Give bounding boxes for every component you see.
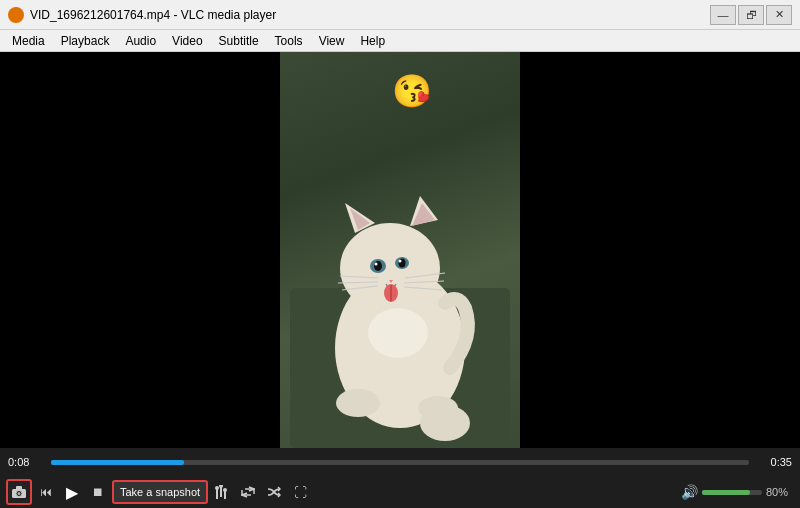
loop-icon bbox=[241, 486, 255, 498]
snapshot-button[interactable]: Take a snapshot bbox=[112, 480, 208, 504]
svg-rect-29 bbox=[16, 486, 22, 490]
svg-point-33 bbox=[215, 486, 219, 490]
svg-rect-32 bbox=[224, 491, 226, 499]
menu-view[interactable]: View bbox=[311, 30, 353, 51]
video-frame: 😘 bbox=[280, 52, 520, 448]
equalizer-icon bbox=[215, 485, 229, 499]
random-icon bbox=[267, 486, 281, 498]
camera-icon bbox=[12, 486, 26, 498]
prev-frame-button[interactable]: ⏮ bbox=[34, 480, 58, 504]
menu-video[interactable]: Video bbox=[164, 30, 210, 51]
controls-bar: ⏮ ▶ ⏹ Take a snapshot bbox=[0, 476, 800, 508]
progress-track[interactable] bbox=[51, 460, 749, 465]
menu-help[interactable]: Help bbox=[352, 30, 393, 51]
menu-subtitle[interactable]: Subtitle bbox=[211, 30, 267, 51]
cat-figure bbox=[290, 108, 510, 448]
play-button[interactable]: ▶ bbox=[60, 480, 84, 504]
emoji-overlay: 😘 bbox=[392, 72, 432, 110]
loop-button[interactable] bbox=[236, 480, 260, 504]
progress-fill bbox=[51, 460, 184, 465]
close-button[interactable]: ✕ bbox=[766, 5, 792, 25]
restore-button[interactable]: 🗗 bbox=[738, 5, 764, 25]
window-title: VID_1696212601764.mp4 - VLC media player bbox=[30, 8, 710, 22]
current-time: 0:08 bbox=[8, 456, 43, 468]
svg-point-12 bbox=[399, 260, 402, 263]
svg-point-8 bbox=[374, 261, 382, 271]
menu-bar: Media Playback Audio Video Subtitle Tool… bbox=[0, 30, 800, 52]
title-bar: VID_1696212601764.mp4 - VLC media player… bbox=[0, 0, 800, 30]
total-time: 0:35 bbox=[757, 456, 792, 468]
svg-rect-30 bbox=[216, 489, 218, 499]
menu-audio[interactable]: Audio bbox=[117, 30, 164, 51]
svg-point-35 bbox=[223, 488, 227, 492]
app-icon bbox=[8, 7, 24, 23]
stop-button[interactable]: ⏹ bbox=[86, 480, 110, 504]
svg-point-34 bbox=[219, 485, 223, 488]
menu-tools[interactable]: Tools bbox=[267, 30, 311, 51]
random-button[interactable] bbox=[262, 480, 286, 504]
menu-media[interactable]: Media bbox=[4, 30, 53, 51]
menu-playback[interactable]: Playback bbox=[53, 30, 118, 51]
minimize-button[interactable]: — bbox=[710, 5, 736, 25]
svg-point-22 bbox=[336, 389, 380, 417]
volume-track[interactable] bbox=[702, 490, 762, 495]
progress-area: 0:08 0:35 bbox=[0, 448, 800, 476]
volume-icon[interactable]: 🔊 bbox=[681, 484, 698, 500]
svg-point-25 bbox=[368, 308, 428, 358]
snapshot-label: Take a snapshot bbox=[120, 486, 200, 498]
video-area[interactable]: 😘 bbox=[280, 52, 520, 448]
volume-area: 🔊 80% bbox=[681, 484, 794, 500]
svg-rect-31 bbox=[220, 487, 222, 497]
svg-point-9 bbox=[375, 263, 378, 266]
volume-label: 80% bbox=[766, 486, 794, 498]
fullscreen-button[interactable]: ⛶ bbox=[288, 480, 312, 504]
equalizer-button[interactable] bbox=[210, 480, 234, 504]
svg-point-24 bbox=[420, 405, 470, 441]
volume-fill bbox=[702, 490, 750, 495]
camera-button[interactable] bbox=[6, 479, 32, 505]
window-controls: — 🗗 ✕ bbox=[710, 5, 792, 25]
video-container: 😘 bbox=[0, 52, 800, 448]
svg-point-28 bbox=[18, 492, 21, 495]
